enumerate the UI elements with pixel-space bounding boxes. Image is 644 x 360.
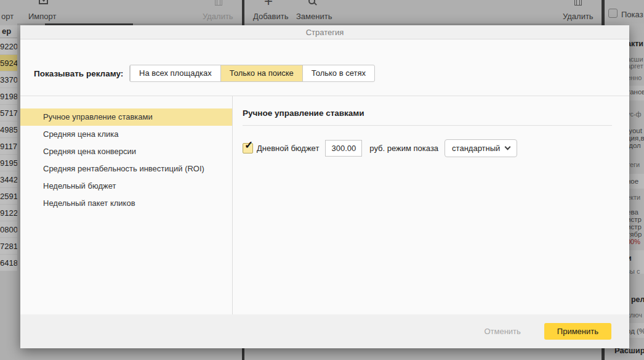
- strategy-menu-item[interactable]: Недельный бюджет: [20, 178, 232, 195]
- strategy-menu-item[interactable]: Средняя цена конверсии: [20, 143, 232, 160]
- display-mode-select[interactable]: стандартный: [445, 139, 517, 157]
- dialog-footer: Отменить Применить: [20, 314, 629, 348]
- daily-budget-checkbox[interactable]: ✓: [243, 143, 253, 153]
- platform-segmented-control: На всех площадкахТолько на поискеТолько …: [129, 65, 375, 82]
- strategy-dialog: Стратегия Показывать рекламу: На всех пл…: [20, 25, 629, 348]
- dialog-title: Стратегия: [20, 25, 629, 39]
- checkmark-icon: ✓: [244, 139, 253, 152]
- strategy-menu-item[interactable]: Недельный пакет кликов: [20, 195, 232, 212]
- strategy-menu-item[interactable]: Средняя цена клика: [20, 126, 232, 143]
- currency-mode-label: руб. режим показа: [369, 144, 438, 153]
- daily-budget-row: ✓ Дневной бюджет руб. режим показа станд…: [243, 139, 612, 157]
- apply-button[interactable]: Применить: [544, 323, 611, 340]
- strategy-menu-item[interactable]: Ручное управление ставками: [20, 108, 232, 126]
- panel-heading: Ручное управление ставками: [243, 108, 612, 118]
- daily-budget-input[interactable]: [325, 140, 362, 157]
- daily-budget-label: Дневной бюджет: [257, 144, 319, 153]
- platform-option[interactable]: На всех площадках: [130, 65, 220, 81]
- chevron-down-icon: [505, 144, 511, 150]
- strategy-menu-item[interactable]: Средняя рентабельность инвестиций (ROI): [20, 160, 232, 178]
- platform-option[interactable]: Только в сетях: [302, 65, 374, 81]
- dialog-body: Ручное управление ставкамиСредняя цена к…: [20, 96, 629, 314]
- show-ads-label: Показывать рекламу:: [34, 69, 123, 78]
- platform-option[interactable]: Только на поиске: [220, 65, 302, 81]
- cancel-button[interactable]: Отменить: [484, 327, 520, 336]
- app-window: орт Импорт Удалить + Добавить Заменить У…: [0, 0, 644, 360]
- strategy-menu: Ручное управление ставкамиСредняя цена к…: [20, 96, 233, 314]
- divider: [243, 125, 612, 126]
- display-mode-value: стандартный: [452, 144, 500, 153]
- strategy-settings-panel: Ручное управление ставками ✓ Дневной бюд…: [233, 96, 629, 314]
